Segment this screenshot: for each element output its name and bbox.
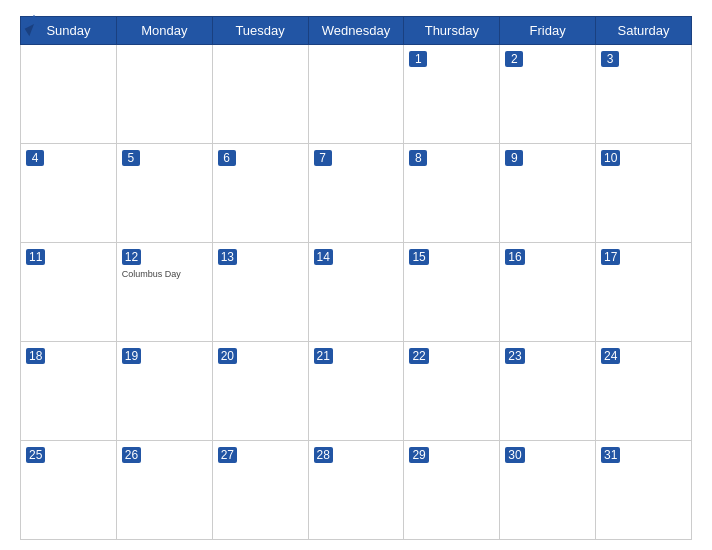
day-number: 22 [409, 348, 428, 364]
day-number: 28 [314, 447, 333, 463]
calendar-cell: 19 [116, 342, 212, 441]
day-number: 26 [122, 447, 141, 463]
calendar-cell: 31 [596, 441, 692, 540]
day-number: 23 [505, 348, 524, 364]
calendar-cell [21, 45, 117, 144]
calendar-cell: 1 [404, 45, 500, 144]
day-number: 20 [218, 348, 237, 364]
day-number: 27 [218, 447, 237, 463]
day-number: 3 [601, 51, 619, 67]
day-number: 11 [26, 249, 45, 265]
calendar-week-row: 1112Columbus Day1314151617 [21, 243, 692, 342]
calendar-cell: 4 [21, 144, 117, 243]
calendar-body: 123456789101112Columbus Day1314151617181… [21, 45, 692, 540]
day-number: 12 [122, 249, 141, 265]
weekday-header-wednesday: Wednesday [308, 17, 404, 45]
day-number: 14 [314, 249, 333, 265]
day-number: 17 [601, 249, 620, 265]
calendar-cell [212, 45, 308, 144]
weekday-header-saturday: Saturday [596, 17, 692, 45]
calendar-week-row: 18192021222324 [21, 342, 692, 441]
calendar-cell: 8 [404, 144, 500, 243]
day-number: 4 [26, 150, 44, 166]
day-number: 29 [409, 447, 428, 463]
event-label: Columbus Day [122, 269, 207, 279]
weekday-header-friday: Friday [500, 17, 596, 45]
calendar-cell: 29 [404, 441, 500, 540]
calendar-cell: 26 [116, 441, 212, 540]
calendar-week-row: 25262728293031 [21, 441, 692, 540]
day-number: 13 [218, 249, 237, 265]
day-number: 24 [601, 348, 620, 364]
day-number: 5 [122, 150, 140, 166]
day-number: 1 [409, 51, 427, 67]
calendar-cell: 17 [596, 243, 692, 342]
day-number: 9 [505, 150, 523, 166]
calendar-cell: 6 [212, 144, 308, 243]
calendar-week-row: 123 [21, 45, 692, 144]
calendar-week-row: 45678910 [21, 144, 692, 243]
calendar-cell: 3 [596, 45, 692, 144]
calendar-cell: 14 [308, 243, 404, 342]
calendar-cell: 15 [404, 243, 500, 342]
calendar-cell: 11 [21, 243, 117, 342]
calendar-cell: 27 [212, 441, 308, 540]
day-number: 31 [601, 447, 620, 463]
calendar-cell: 5 [116, 144, 212, 243]
day-number: 6 [218, 150, 236, 166]
calendar-cell: 9 [500, 144, 596, 243]
calendar-cell: 12Columbus Day [116, 243, 212, 342]
day-number: 10 [601, 150, 620, 166]
logo [20, 10, 51, 38]
day-number: 15 [409, 249, 428, 265]
calendar-cell [116, 45, 212, 144]
calendar-cell: 7 [308, 144, 404, 243]
day-number: 25 [26, 447, 45, 463]
weekday-header-tuesday: Tuesday [212, 17, 308, 45]
calendar-cell: 25 [21, 441, 117, 540]
day-number: 19 [122, 348, 141, 364]
calendar-cell: 13 [212, 243, 308, 342]
calendar-cell: 16 [500, 243, 596, 342]
calendar-table: SundayMondayTuesdayWednesdayThursdayFrid… [20, 16, 692, 540]
svg-marker-0 [25, 15, 44, 29]
weekday-header-thursday: Thursday [404, 17, 500, 45]
day-number: 2 [505, 51, 523, 67]
weekday-header-monday: Monday [116, 17, 212, 45]
calendar-cell: 18 [21, 342, 117, 441]
day-number: 7 [314, 150, 332, 166]
calendar-cell: 24 [596, 342, 692, 441]
day-number: 16 [505, 249, 524, 265]
day-number: 8 [409, 150, 427, 166]
calendar-cell: 21 [308, 342, 404, 441]
logo-bird-icon [20, 10, 48, 38]
calendar-cell: 2 [500, 45, 596, 144]
calendar-cell: 20 [212, 342, 308, 441]
day-number: 30 [505, 447, 524, 463]
weekday-row: SundayMondayTuesdayWednesdayThursdayFrid… [21, 17, 692, 45]
calendar-cell [308, 45, 404, 144]
calendar-cell: 10 [596, 144, 692, 243]
day-number: 18 [26, 348, 45, 364]
calendar-header-row: SundayMondayTuesdayWednesdayThursdayFrid… [21, 17, 692, 45]
day-number: 21 [314, 348, 333, 364]
calendar-cell: 23 [500, 342, 596, 441]
calendar-cell: 30 [500, 441, 596, 540]
calendar-cell: 22 [404, 342, 500, 441]
calendar-cell: 28 [308, 441, 404, 540]
